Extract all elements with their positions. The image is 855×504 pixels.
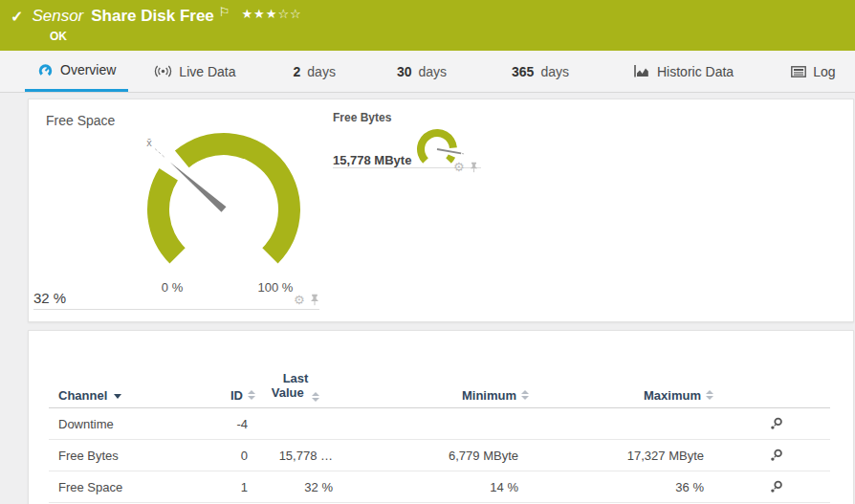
sensor-header: ✓ Sensor Share Disk Free ⚐ ★★★☆☆ OK [0, 0, 855, 51]
gauge-icon [37, 62, 54, 78]
gauge-max-label: 100 % [258, 280, 294, 295]
column-header-id[interactable]: ID [221, 388, 255, 403]
tab-log[interactable]: Log [778, 51, 847, 92]
sort-arrows-icon [521, 390, 529, 400]
tab-overview[interactable]: Overview [25, 51, 128, 92]
free-space-gauge-title: Free Space [46, 113, 115, 128]
channel-row-downtime[interactable]: Downtime -4 [49, 408, 830, 440]
column-header-last-value[interactable]: Last Value [255, 371, 336, 403]
sort-caret-icon [114, 394, 121, 399]
sensor-status-badge: OK [0, 26, 855, 43]
gauge-min-label: 0 % [162, 280, 184, 295]
channel-settings-icon[interactable] [769, 480, 783, 494]
overview-gauges-panel: Free Space x̄ 0 % 100 % 32 % ⚙ Free Byte… [28, 99, 854, 322]
tab-live-data[interactable]: Live Data [142, 51, 248, 92]
tab-30-days[interactable]: 30 days [384, 51, 459, 92]
tab-label: Log [813, 64, 835, 79]
column-header-maximum[interactable]: Maximum [529, 388, 713, 403]
tab-365-days[interactable]: 365 days [499, 51, 581, 92]
free-space-gauge[interactable]: x̄ 0 % 100 % [119, 109, 339, 300]
sort-arrows-icon [312, 392, 319, 402]
sensor-type-label: Sensor [32, 7, 83, 26]
tab-bar: Overview Live Data 2 days 30 days 365 da… [0, 51, 855, 93]
pin-icon[interactable] [310, 294, 319, 306]
sort-arrows-icon [248, 390, 255, 400]
chart-icon [634, 65, 650, 77]
pin-icon[interactable] [470, 162, 478, 173]
tab-2-days[interactable]: 2 days [281, 51, 348, 92]
priority-star-rating[interactable]: ★★★☆☆ [241, 7, 301, 21]
gauge-needle [170, 162, 227, 211]
tab-label: Live Data [179, 64, 235, 79]
channel-row-free-space[interactable]: Free Space 1 32 % 14 % 36 % [49, 471, 830, 503]
gauge-needle [437, 149, 461, 153]
log-icon [791, 66, 806, 77]
gear-icon[interactable]: ⚙ [294, 294, 305, 306]
tab-label: Overview [60, 62, 116, 77]
channel-row-free-bytes[interactable]: Free Bytes 0 15,778 … 6,779 MByte 17,327… [49, 440, 830, 471]
flag-icon[interactable]: ⚐ [219, 5, 230, 19]
channels-table-panel: Channel ID Last Value Minimum [28, 330, 854, 504]
tab-historic-data[interactable]: Historic Data [622, 51, 746, 92]
divider [33, 309, 319, 310]
column-header-minimum[interactable]: Minimum [336, 388, 529, 403]
table-header-row: Channel ID Last Value Minimum [49, 367, 830, 408]
average-marker: x̄ [146, 137, 152, 148]
gear-icon[interactable]: ⚙ [453, 161, 465, 173]
tab-label: Historic Data [657, 64, 734, 79]
free-space-current-value: 32 % [33, 290, 66, 306]
sort-arrows-icon [706, 390, 713, 400]
broadcast-icon [154, 65, 172, 77]
free-bytes-current-value: 15,778 MByte [333, 153, 411, 167]
channel-settings-icon[interactable] [769, 417, 783, 431]
channel-settings-icon[interactable] [769, 449, 783, 463]
sensor-title: Share Disk Free [91, 7, 214, 26]
channels-table: Channel ID Last Value Minimum [49, 367, 830, 503]
free-bytes-gauge-title: Free Bytes [333, 111, 391, 124]
column-header-channel[interactable]: Channel [49, 388, 221, 403]
status-check-icon: ✓ [11, 8, 23, 26]
